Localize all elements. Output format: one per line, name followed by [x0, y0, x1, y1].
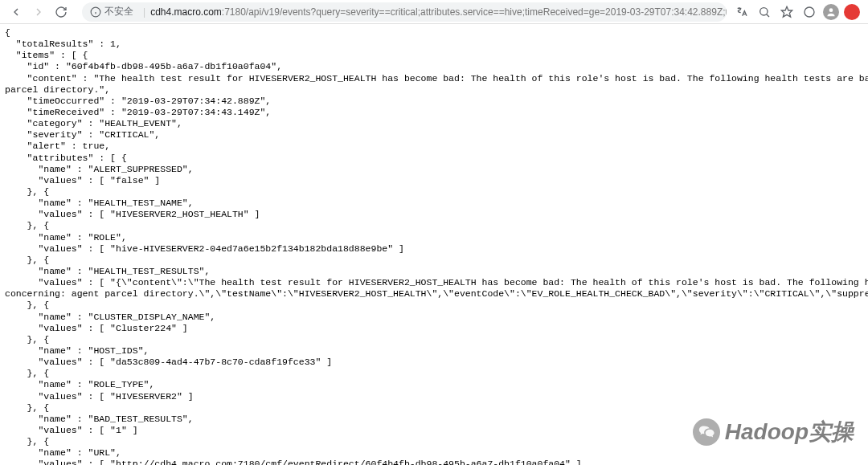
url-path: /api/v19/events?query=severity==critical…: [246, 6, 727, 18]
watermark: Hadoop实操: [693, 417, 854, 447]
forward-button[interactable]: [27, 1, 50, 23]
zoom-icon[interactable]: [755, 3, 773, 21]
reload-button[interactable]: [50, 1, 72, 23]
browser-toolbar: 不安全 | cdh4.macro.com:7180/api/v19/events…: [0, 0, 868, 24]
app-badge-icon[interactable]: [844, 4, 860, 20]
bookmark-star-icon[interactable]: [778, 3, 796, 21]
svg-line-4: [767, 14, 769, 16]
svg-point-3: [760, 7, 768, 14]
json-response-body: { "totalResults" : 1, "items" : [ { "id"…: [0, 24, 868, 465]
address-bar[interactable]: 不安全 | cdh4.macro.com:7180/api/v19/events…: [82, 2, 727, 22]
security-label: 不安全: [104, 5, 133, 18]
back-button[interactable]: [5, 1, 27, 23]
svg-marker-5: [781, 6, 792, 17]
watermark-text: Hadoop实操: [725, 417, 854, 447]
svg-point-6: [805, 7, 814, 17]
extension-icon[interactable]: [800, 3, 818, 21]
security-indicator[interactable]: 不安全: [90, 5, 133, 18]
toolbar-right: [733, 3, 863, 21]
info-icon: [90, 6, 101, 18]
wechat-icon: [693, 418, 720, 446]
translate-icon[interactable]: [733, 3, 751, 21]
svg-point-7: [829, 8, 833, 12]
url-host: cdh4.macro.com: [150, 6, 222, 18]
profile-avatar[interactable]: [823, 4, 839, 20]
